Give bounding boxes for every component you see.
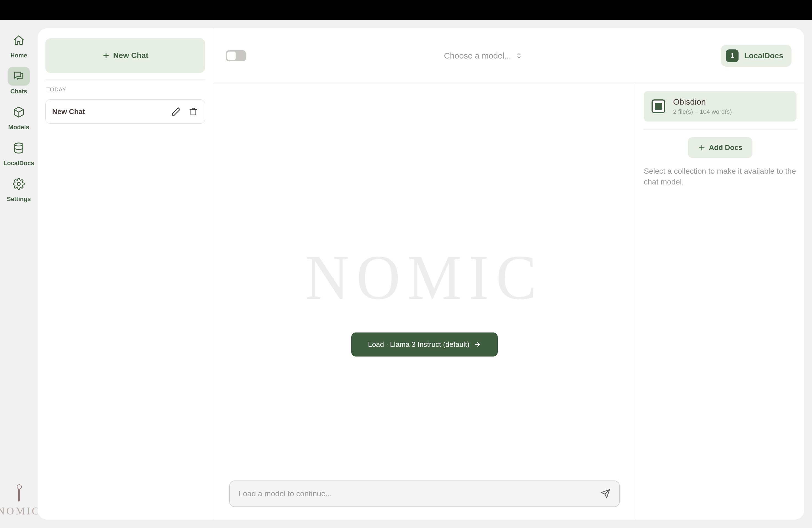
database-icon: [13, 142, 25, 154]
collection-checkbox[interactable]: [652, 99, 665, 113]
load-default-label: Load · Llama 3 Instruct (default): [368, 340, 469, 349]
collection-name: Obisdion: [673, 97, 732, 107]
center-header: Choose a model... 1 LocalDocs: [213, 28, 804, 84]
nav-item-chats[interactable]: Chats: [0, 65, 38, 97]
main-card: New Chat TODAY New Chat Choo: [38, 28, 804, 520]
divider: [45, 79, 205, 80]
pin-icon: [18, 486, 19, 501]
new-chat-button[interactable]: New Chat: [45, 38, 205, 73]
trash-icon[interactable]: [188, 107, 198, 117]
nav-label-models: Models: [8, 124, 29, 131]
chat-row[interactable]: New Chat: [45, 99, 205, 124]
nav-label-localdocs: LocalDocs: [3, 160, 34, 167]
new-chat-label: New Chat: [113, 51, 149, 60]
svg-point-1: [17, 182, 20, 186]
sidebar-toggle[interactable]: [226, 50, 246, 61]
add-docs-button[interactable]: Add Docs: [688, 137, 752, 158]
chat-row-title: New Chat: [52, 107, 168, 116]
load-default-model-button[interactable]: Load · Llama 3 Instruct (default): [351, 333, 497, 356]
chevron-up-down-icon: [515, 52, 523, 60]
localdocs-panel: Obisdion 2 file(s) – 104 word(s) Add Doc…: [636, 84, 804, 520]
add-docs-label: Add Docs: [709, 143, 742, 152]
nav-label-settings: Settings: [7, 195, 31, 203]
brand-logo: NOMIC: [0, 486, 40, 528]
home-icon: [13, 34, 25, 46]
localdocs-count-badge: 1: [726, 49, 739, 62]
chat-list-column: New Chat TODAY New Chat: [38, 28, 213, 520]
send-icon[interactable]: [600, 489, 610, 499]
chats-icon: [13, 70, 25, 82]
nav-item-models[interactable]: Models: [0, 101, 38, 133]
watermark-logo: NOMIC: [305, 245, 543, 309]
nav-rail: Home Chats Models LocalDocs: [0, 20, 38, 528]
divider: [644, 129, 797, 130]
window-titlebar: [0, 0, 812, 20]
arrow-right-icon: [474, 340, 481, 348]
edit-icon[interactable]: [171, 107, 181, 117]
nav-item-localdocs[interactable]: LocalDocs: [0, 137, 38, 169]
cube-icon: [13, 106, 25, 118]
brand-wordmark: NOMIC: [0, 505, 40, 517]
nav-item-settings[interactable]: Settings: [0, 173, 38, 205]
nav-label-home: Home: [10, 52, 27, 59]
chat-area: NOMIC Load · Llama 3 Instruct (default): [213, 84, 636, 520]
nav-label-chats: Chats: [10, 88, 27, 95]
plus-icon: [102, 52, 110, 59]
plus-icon: [698, 144, 706, 151]
message-composer: [229, 481, 620, 507]
docs-hint: Select a collection to make it available…: [644, 166, 797, 187]
center-column: Choose a model... 1 LocalDocs NOMIC Load…: [213, 28, 804, 520]
localdocs-chip[interactable]: 1 LocalDocs: [721, 45, 792, 67]
gear-icon: [13, 178, 25, 190]
model-picker[interactable]: Choose a model...: [252, 51, 714, 60]
chat-section-today: TODAY: [45, 86, 205, 93]
collection-tile[interactable]: Obisdion 2 file(s) – 104 word(s): [644, 91, 797, 121]
model-picker-placeholder: Choose a model...: [444, 51, 511, 60]
localdocs-chip-label: LocalDocs: [744, 52, 783, 60]
nav-item-home[interactable]: Home: [0, 29, 38, 61]
svg-point-0: [15, 143, 23, 146]
message-input[interactable]: [238, 489, 595, 498]
collection-sub: 2 file(s) – 104 word(s): [673, 108, 732, 115]
